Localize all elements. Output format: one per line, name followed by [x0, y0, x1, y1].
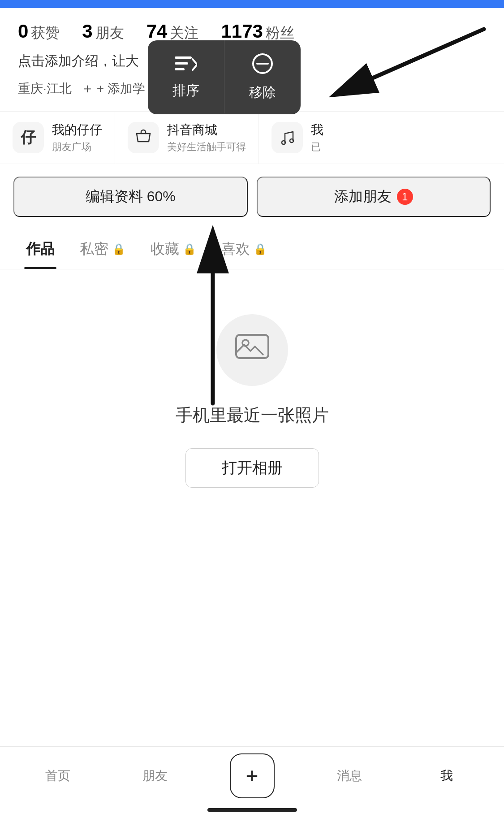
- open-album-button[interactable]: 打开相册: [185, 448, 319, 488]
- bottom-navigation: 首页 朋友 + 消息 我: [0, 746, 504, 818]
- shortcut-music[interactable]: 我 已: [259, 112, 336, 164]
- remove-icon: [252, 53, 273, 79]
- svg-rect-0: [175, 56, 192, 59]
- svg-point-5: [282, 141, 285, 144]
- friends-square-icon: 仔: [13, 122, 44, 153]
- mall-icon: [128, 122, 159, 153]
- sort-label: 排序: [172, 82, 199, 100]
- followers-count: 1173: [221, 21, 263, 42]
- location-tag[interactable]: 重庆·江北: [18, 80, 72, 97]
- stat-followers: 1173 粉丝: [221, 21, 294, 43]
- empty-state: 手机里最近一张照片 打开相册: [0, 269, 504, 524]
- context-menu-sort[interactable]: 排序: [148, 40, 224, 114]
- tab-likes[interactable]: 喜欢 🔒: [209, 229, 280, 269]
- mall-subtitle: 美好生活触手可得: [167, 140, 246, 154]
- svg-point-6: [290, 139, 293, 143]
- stat-following: 74 关注: [146, 21, 199, 43]
- friends-square-subtitle: 朋友广场: [52, 140, 102, 154]
- add-friend-badge: 1: [397, 189, 413, 205]
- following-count: 74: [146, 21, 168, 42]
- nav-me[interactable]: 我: [420, 767, 474, 784]
- likes-label: 获赞: [31, 23, 60, 43]
- photo-icon: [234, 330, 270, 370]
- shortcut-friends-square[interactable]: 仔 我的仔仔 朋友广场: [0, 112, 115, 164]
- empty-description: 手机里最近一张照片: [176, 404, 329, 427]
- private-lock-icon: 🔒: [112, 243, 125, 255]
- tab-favorites[interactable]: 收藏 🔒: [138, 229, 209, 269]
- music-subtitle: 已: [311, 140, 323, 154]
- stat-likes: 0 获赞: [18, 21, 60, 43]
- friends-count: 3: [82, 21, 92, 42]
- context-menu-popup: 排序 移除: [148, 40, 301, 114]
- friends-label: 朋友: [95, 23, 124, 43]
- empty-icon-wrapper: [216, 314, 288, 386]
- tab-private[interactable]: 私密 🔒: [67, 229, 138, 269]
- music-title: 我: [311, 121, 323, 138]
- mall-title: 抖音商城: [167, 121, 246, 138]
- status-bar: [0, 0, 504, 8]
- nav-create[interactable]: +: [225, 753, 279, 798]
- music-icon: [271, 122, 303, 153]
- content-tabs: 作品 私密 🔒 收藏 🔒 喜欢 🔒: [0, 229, 504, 269]
- create-button[interactable]: +: [230, 753, 275, 798]
- likes-count: 0: [18, 21, 28, 42]
- likes-lock-icon: 🔒: [254, 243, 267, 255]
- shortcuts-row: 仔 我的仔仔 朋友广场 抖音商城 美好生活触手可得 我 已: [0, 111, 504, 164]
- shortcut-douyin-mall[interactable]: 抖音商城 美好生活触手可得: [115, 112, 259, 164]
- add-friend-button[interactable]: 添加朋友 1: [257, 177, 491, 217]
- stat-friends: 3 朋友: [82, 21, 124, 43]
- svg-rect-1: [175, 62, 188, 65]
- home-indicator: [207, 808, 297, 812]
- tab-works[interactable]: 作品: [13, 229, 67, 269]
- nav-friends[interactable]: 朋友: [128, 767, 182, 784]
- favorites-lock-icon: 🔒: [183, 243, 196, 255]
- nav-home[interactable]: 首页: [31, 767, 85, 784]
- friends-square-title: 我的仔仔: [52, 121, 102, 138]
- context-menu-remove[interactable]: 移除: [224, 40, 301, 114]
- edit-profile-button[interactable]: 编辑资料 60%: [13, 177, 248, 217]
- nav-messages[interactable]: 消息: [323, 767, 376, 784]
- add-school-tag[interactable]: ＋ + 添加学: [81, 79, 145, 98]
- sort-icon: [175, 55, 197, 77]
- svg-rect-2: [175, 68, 185, 70]
- action-buttons-row: 编辑资料 60% 添加朋友 1: [0, 164, 504, 229]
- remove-label: 移除: [249, 83, 276, 102]
